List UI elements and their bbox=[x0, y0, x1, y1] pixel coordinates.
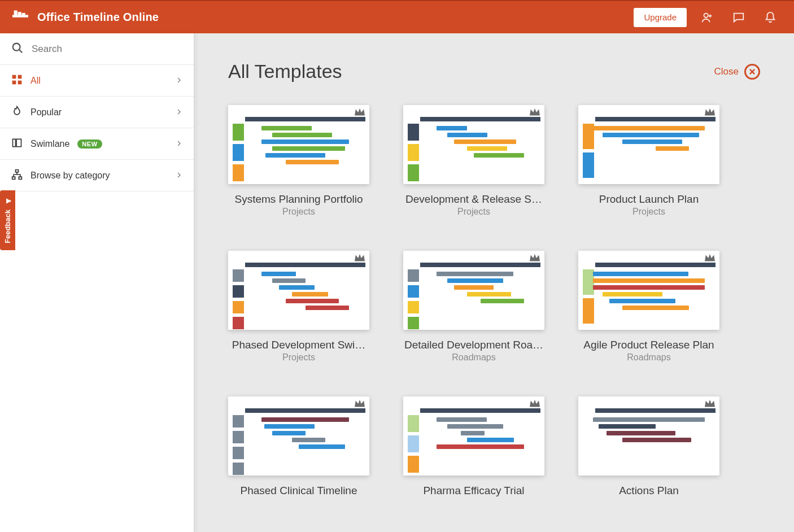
template-card[interactable]: Actions Plan bbox=[578, 396, 719, 497]
megaphone-icon bbox=[3, 197, 12, 205]
template-card[interactable]: Detailed Development Roa…Roadmaps bbox=[403, 251, 544, 363]
sidebar-item-label: Swimlane bbox=[30, 139, 69, 149]
template-card[interactable]: Development & Release S…Projects bbox=[403, 105, 544, 217]
template-title: Detailed Development Roa… bbox=[403, 339, 544, 351]
close-label: Close bbox=[714, 66, 739, 77]
template-title: Phased Development Swi… bbox=[228, 339, 369, 351]
svg-line-8 bbox=[19, 49, 23, 53]
template-card[interactable]: Phased Development Swi…Projects bbox=[228, 251, 369, 363]
sidebar: AllPopularSwimlaneNEWBrowse by category bbox=[0, 33, 194, 532]
upgrade-button[interactable]: Upgrade bbox=[634, 8, 687, 27]
sitemap-icon bbox=[11, 169, 23, 182]
svg-rect-16 bbox=[12, 177, 15, 179]
template-title: Actions Plan bbox=[578, 485, 719, 497]
grid-icon bbox=[11, 74, 23, 88]
template-title: Product Launch Plan bbox=[578, 193, 719, 206]
sidebar-item-swimlane[interactable]: SwimlaneNEW bbox=[0, 128, 194, 160]
template-card[interactable]: Product Launch PlanProjects bbox=[578, 105, 719, 217]
svg-rect-2 bbox=[19, 12, 21, 15]
template-thumbnail[interactable] bbox=[228, 396, 369, 476]
app-header: Office Timeline Online Upgrade bbox=[0, 0, 794, 33]
search-input[interactable] bbox=[32, 43, 182, 55]
chat-icon[interactable] bbox=[727, 6, 750, 29]
template-card[interactable]: Systems Planning PortfolioProjects bbox=[228, 105, 369, 217]
template-thumbnail[interactable] bbox=[403, 396, 544, 476]
search-row bbox=[0, 33, 194, 65]
logo-icon bbox=[12, 10, 28, 25]
feedback-label: Feedback bbox=[3, 210, 12, 243]
svg-point-4 bbox=[704, 13, 708, 17]
svg-rect-10 bbox=[18, 75, 22, 79]
main-content: All Templates Close Systems Planning Por… bbox=[194, 33, 794, 532]
sidebar-item-all[interactable]: All bbox=[0, 65, 194, 97]
sidebar-item-browse-by-category[interactable]: Browse by category bbox=[0, 160, 194, 191]
close-button[interactable]: Close bbox=[714, 64, 760, 80]
template-thumbnail[interactable] bbox=[578, 105, 719, 184]
bell-icon[interactable] bbox=[759, 6, 782, 29]
sidebar-item-label: Browse by category bbox=[30, 171, 110, 181]
chevron-right-icon bbox=[176, 76, 182, 86]
template-card[interactable]: Pharma Efficacy Trial bbox=[403, 396, 544, 497]
template-thumbnail[interactable] bbox=[228, 105, 369, 184]
svg-rect-14 bbox=[16, 139, 21, 146]
svg-rect-13 bbox=[13, 139, 16, 146]
svg-point-7 bbox=[13, 43, 20, 50]
svg-rect-15 bbox=[16, 169, 19, 172]
chevron-right-icon bbox=[176, 171, 182, 181]
template-title: Systems Planning Portfolio bbox=[228, 193, 369, 206]
template-title: Pharma Efficacy Trial bbox=[403, 485, 544, 497]
template-thumbnail[interactable] bbox=[403, 251, 544, 330]
sidebar-item-popular[interactable]: Popular bbox=[0, 97, 194, 128]
template-category: Projects bbox=[578, 207, 719, 217]
app-title: Office Timeline Online bbox=[37, 11, 159, 24]
template-category: Projects bbox=[403, 207, 544, 217]
svg-rect-9 bbox=[12, 75, 16, 79]
template-card[interactable]: Agile Product Release PlanRoadmaps bbox=[578, 251, 719, 363]
svg-rect-12 bbox=[18, 80, 22, 84]
template-category: Projects bbox=[228, 352, 369, 363]
template-title: Agile Product Release Plan bbox=[578, 339, 719, 351]
chevron-right-icon bbox=[176, 139, 182, 149]
feedback-tab[interactable]: Feedback bbox=[0, 190, 15, 250]
template-category: Roadmaps bbox=[578, 352, 719, 363]
page-title: All Templates bbox=[228, 60, 342, 82]
svg-rect-3 bbox=[23, 13, 25, 15]
sidebar-item-label: Popular bbox=[30, 107, 62, 117]
template-card[interactable]: Phased Clinical Timeline bbox=[228, 396, 369, 497]
template-title: Phased Clinical Timeline bbox=[228, 485, 369, 497]
template-category: Roadmaps bbox=[403, 352, 544, 363]
svg-rect-1 bbox=[15, 11, 17, 15]
search-icon bbox=[11, 42, 24, 56]
template-category: Projects bbox=[228, 207, 369, 217]
template-thumbnail[interactable] bbox=[403, 105, 544, 184]
flame-icon bbox=[11, 106, 23, 119]
sidebar-item-label: All bbox=[30, 76, 41, 86]
svg-rect-11 bbox=[12, 80, 16, 84]
close-icon bbox=[744, 64, 760, 80]
new-badge: NEW bbox=[77, 139, 102, 149]
template-thumbnail[interactable] bbox=[578, 251, 719, 330]
template-thumbnail[interactable] bbox=[228, 251, 369, 330]
template-title: Development & Release S… bbox=[403, 193, 544, 206]
user-add-icon[interactable] bbox=[696, 6, 718, 29]
svg-rect-17 bbox=[19, 177, 21, 179]
chevron-right-icon bbox=[176, 107, 182, 117]
columns-icon bbox=[11, 137, 23, 151]
template-thumbnail[interactable] bbox=[578, 396, 719, 476]
